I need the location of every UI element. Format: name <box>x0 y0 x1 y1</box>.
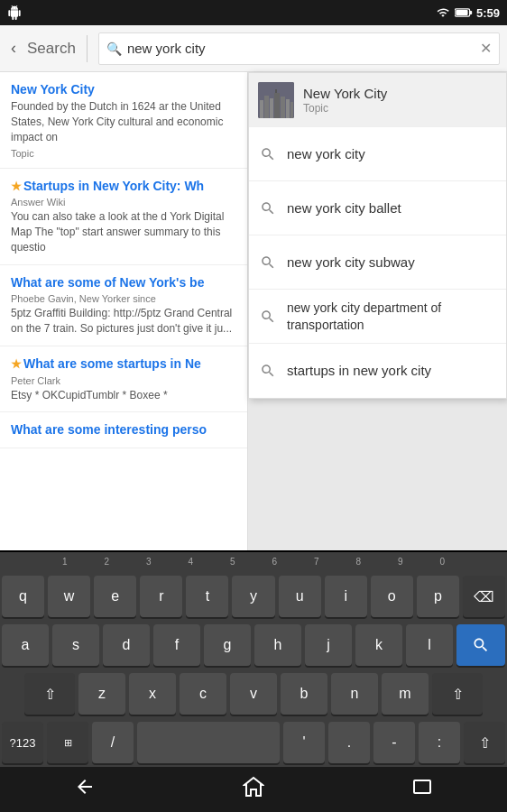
status-bar-right: 5:59 <box>435 6 500 20</box>
key-e[interactable]: e <box>94 576 136 617</box>
status-bar: 5:59 <box>0 0 507 25</box>
key-j[interactable]: j <box>305 624 352 666</box>
svg-rect-4 <box>260 100 263 118</box>
search-glass-icon: 🔍 <box>106 42 122 56</box>
status-time: 5:59 <box>476 6 500 20</box>
autocomplete-item-suggestion[interactable]: startups in new york city <box>249 344 506 398</box>
autocomplete-title: New York City <box>303 85 497 103</box>
key-z[interactable]: z <box>78 673 125 715</box>
nav-recents-button[interactable] <box>393 769 451 810</box>
autocomplete-text: New York City Topic <box>303 85 497 115</box>
search-icon <box>258 253 278 272</box>
key-backspace[interactable]: ⌫ <box>463 576 505 617</box>
results-panel: New York City Founded by the Dutch in 16… <box>0 72 248 550</box>
key-l[interactable]: l <box>406 624 453 666</box>
key-shift-right[interactable]: ⇧ <box>432 673 483 715</box>
key-t[interactable]: t <box>186 576 228 617</box>
result-item[interactable]: New York City Founded by the Dutch in 16… <box>0 72 247 169</box>
key-apostrophe[interactable]: ' <box>283 722 325 763</box>
keyboard-row-2: a s d f g h j k l <box>0 621 507 669</box>
nav-back-button[interactable] <box>56 769 114 810</box>
key-o[interactable]: o <box>371 576 413 617</box>
autocomplete-item-topic[interactable]: New York City Topic <box>249 73 506 127</box>
key-search[interactable] <box>456 624 505 666</box>
back-button[interactable]: ‹ <box>7 35 20 61</box>
key-r[interactable]: r <box>140 576 182 617</box>
key-a[interactable]: a <box>2 624 49 666</box>
result-title: ★Startups in New York City: Wh <box>11 178 236 195</box>
result-desc: You can also take a look at the d York D… <box>11 209 236 254</box>
key-period[interactable]: . <box>328 722 370 763</box>
key-shift-bottom[interactable]: ⇧ <box>464 722 505 763</box>
keyboard: 1 2 3 4 5 6 7 8 9 0 q w e r t y u i o p … <box>0 552 507 767</box>
key-dash[interactable]: - <box>373 722 415 763</box>
svg-rect-7 <box>274 93 280 118</box>
key-d[interactable]: d <box>103 624 150 666</box>
key-u[interactable]: u <box>279 576 321 617</box>
svg-rect-2 <box>456 10 467 15</box>
main-area: New York City Founded by the Dutch in 16… <box>0 72 507 550</box>
svg-rect-11 <box>275 89 277 93</box>
key-h[interactable]: h <box>254 624 301 666</box>
key-s[interactable]: s <box>52 624 99 666</box>
key-k[interactable]: k <box>355 624 402 666</box>
autocomplete-text: new york city ballet <box>287 199 497 217</box>
key-f[interactable]: f <box>153 624 200 666</box>
svg-rect-10 <box>290 102 293 118</box>
autocomplete-item-suggestion[interactable]: new york city <box>249 127 506 181</box>
key-v[interactable]: v <box>230 673 277 715</box>
key-n[interactable]: n <box>331 673 378 715</box>
search-clear-icon[interactable]: ✕ <box>480 40 492 57</box>
key-shift[interactable]: ⇧ <box>24 673 75 715</box>
search-divider <box>87 35 88 62</box>
result-item[interactable]: ★Startups in New York City: Wh Answer Wi… <box>0 169 247 265</box>
autocomplete-item-suggestion[interactable]: new york city department of transportati… <box>249 290 506 344</box>
key-x[interactable]: x <box>129 673 176 715</box>
key-slash[interactable]: / <box>92 722 134 763</box>
key-m[interactable]: m <box>382 673 429 715</box>
result-tag: Topic <box>11 148 236 159</box>
keyboard-row-3: ⇧ z x c v b n m ⇧ <box>0 669 507 718</box>
autocomplete-title: startups in new york city <box>287 362 497 380</box>
key-y[interactable]: y <box>232 576 274 617</box>
autocomplete-title: new york city <box>287 145 497 163</box>
result-title: New York City <box>11 81 236 97</box>
autocomplete-subtitle: Topic <box>303 102 497 115</box>
number-hints-row: 1 2 3 4 5 6 7 8 9 0 <box>0 552 507 572</box>
result-desc: 5ptz Graffiti Building: http://5ptz Gran… <box>11 306 236 337</box>
search-bar: ‹ Search 🔍 ✕ <box>0 25 507 72</box>
topic-image <box>258 82 294 118</box>
search-icon <box>258 144 278 164</box>
status-bar-left <box>7 5 22 20</box>
result-item[interactable]: What are some of New York's be Phoebe Ga… <box>0 265 247 346</box>
key-numbers[interactable]: ?123 <box>2 722 43 763</box>
result-item[interactable]: What are some interesting perso <box>0 412 247 448</box>
svg-rect-8 <box>281 97 285 118</box>
result-item[interactable]: ★What are some startups in Ne Peter Clar… <box>0 346 247 413</box>
result-title: What are some interesting perso <box>11 421 236 438</box>
key-settings[interactable]: ⊞ <box>47 722 88 763</box>
key-space[interactable] <box>137 722 280 763</box>
svg-rect-9 <box>286 99 290 118</box>
autocomplete-dropdown: New York City Topic new york city new yo… <box>248 72 507 399</box>
key-colon[interactable]: : <box>419 722 460 763</box>
key-i[interactable]: i <box>325 576 367 617</box>
svg-rect-6 <box>270 98 273 118</box>
autocomplete-item-suggestion[interactable]: new york city subway <box>249 235 506 290</box>
key-b[interactable]: b <box>281 673 327 715</box>
topic-image-inner <box>258 82 294 118</box>
search-input[interactable] <box>127 41 480 56</box>
key-q[interactable]: q <box>2 576 44 617</box>
key-p[interactable]: p <box>417 576 459 617</box>
search-input-area[interactable]: 🔍 ✕ <box>98 32 500 65</box>
nav-bar <box>0 767 507 812</box>
autocomplete-title: new york city department of transportati… <box>287 300 497 332</box>
autocomplete-item-suggestion[interactable]: new york city ballet <box>249 181 506 235</box>
battery-icon <box>455 7 473 18</box>
key-w[interactable]: w <box>48 576 90 617</box>
key-c[interactable]: c <box>180 673 226 715</box>
nav-home-button[interactable] <box>225 769 282 810</box>
key-g[interactable]: g <box>204 624 251 666</box>
autocomplete-text: startups in new york city <box>287 362 497 380</box>
autocomplete-text: new york city <box>287 145 497 163</box>
